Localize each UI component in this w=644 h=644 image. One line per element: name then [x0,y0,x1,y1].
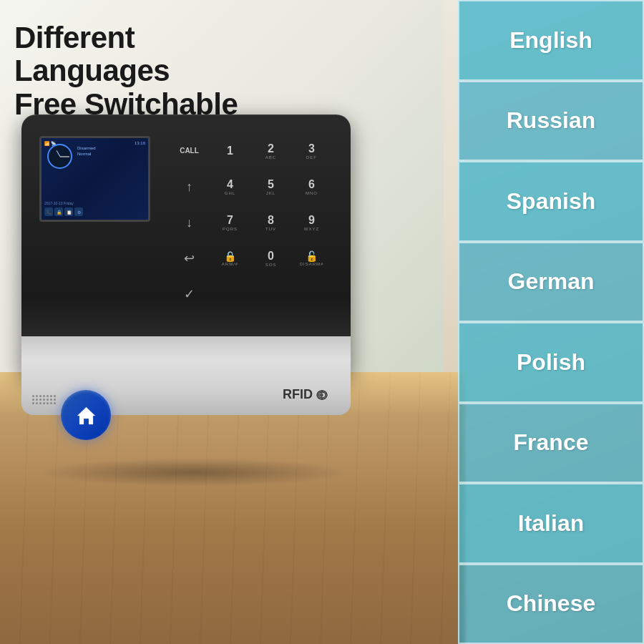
lang-polish[interactable]: Polish [458,322,644,403]
lang-spanish[interactable]: Spanish [458,161,644,242]
lang-chinese[interactable]: Chinese [458,564,644,645]
speaker-dot [54,395,56,397]
screen-icon-4: ⚙ [74,208,83,216]
keypad-grid: CALL 1 2 ABC 3 DEF ↑ [165,129,336,316]
key-arm[interactable]: 🔒 ARM/# [213,243,248,273]
screen-date: 2017-10-13 Friday [44,201,74,205]
screen-clock [47,144,72,169]
speaker-dot [32,395,34,397]
speaker-dot [39,399,42,401]
home-button[interactable] [61,390,111,440]
title-line1: Different Languages [14,21,279,87]
speaker-dot [43,395,45,397]
speaker-dot [32,402,34,404]
screen-icon-2: 🔒 [54,208,63,216]
speaker-dot [47,399,49,401]
lang-russian[interactable]: Russian [458,81,644,162]
screen-status1: Disarmed Normal [77,145,145,157]
speaker-dot [36,402,38,404]
speaker-dot [50,399,52,401]
key-confirm[interactable]: ✓ [172,279,207,309]
screen-icons-row: 📞 🔒 📋 ⚙ [44,208,145,216]
screen-icon-3: 📋 [64,208,73,216]
alarm-device: 📶 📡 13:16 Disarmed Normal [21,114,365,472]
speaker-dot [39,395,42,397]
screen-info: Disarmed Normal [77,145,145,157]
key-call[interactable]: CALL [172,136,207,166]
key-3[interactable]: 3 DEF [294,136,329,166]
lang-italian[interactable]: Italian [458,483,644,564]
speaker-dot [32,399,34,401]
key-1[interactable]: 1 [213,136,248,166]
key-down[interactable]: ↓ [172,208,207,238]
speaker-dot [43,399,45,401]
key-5[interactable]: 5 JKL [253,172,288,202]
key-0[interactable]: 0 SOS [253,243,288,273]
key-6[interactable]: 6 MNO [294,172,329,202]
title-area: Different Languages Free Switchable [14,21,279,122]
language-panel: English Russian Spanish German Polish Fr… [458,0,644,644]
key-2[interactable]: 2 ABC [253,136,288,166]
device-screen: 📶 📡 13:16 Disarmed Normal [39,136,150,222]
clock-face [47,144,72,169]
device-shadow [36,458,351,487]
key-up[interactable]: ↑ [172,172,207,202]
rfid-label: RFID [283,387,329,402]
key-9[interactable]: 9 WXYZ [294,208,329,238]
lang-france[interactable]: France [458,403,644,484]
home-icon [74,403,99,428]
speaker-dot [39,402,42,404]
speaker-row-1 [32,395,56,397]
key-4[interactable]: 4 GHL [213,172,248,202]
home-button-area [61,390,111,440]
speaker-dot [36,395,38,397]
speaker-dot [54,402,56,404]
speaker-dot [50,395,52,397]
speaker-grill [32,395,56,404]
speaker-dot [54,399,56,401]
clock-hour-hand [56,150,60,157]
rfid-icon [315,389,329,401]
svg-point-0 [321,394,323,396]
key-back[interactable]: ↩ [172,243,207,273]
main-scene: Different Languages Free Switchable Engl… [0,0,644,644]
screen-icon-1: 📞 [44,208,53,216]
speaker-row-2 [32,399,56,401]
key-7[interactable]: 7 PQRS [213,208,248,238]
speaker-dot [47,402,49,404]
clock-minute-hand [60,156,69,157]
speaker-dot [50,402,52,404]
lang-german[interactable]: German [458,242,644,323]
screen-content: 📶 📡 13:16 Disarmed Normal [42,138,148,220]
key-disarm[interactable]: 🔓 DISARM# [294,243,329,273]
speaker-dot [36,399,38,401]
lang-english[interactable]: English [458,0,644,81]
key-8[interactable]: 8 TUV [253,208,288,238]
speaker-dot [43,402,45,404]
speaker-row-3 [32,402,56,404]
speaker-dot [47,395,49,397]
keypad-area: CALL 1 2 ABC 3 DEF ↑ [165,129,336,329]
